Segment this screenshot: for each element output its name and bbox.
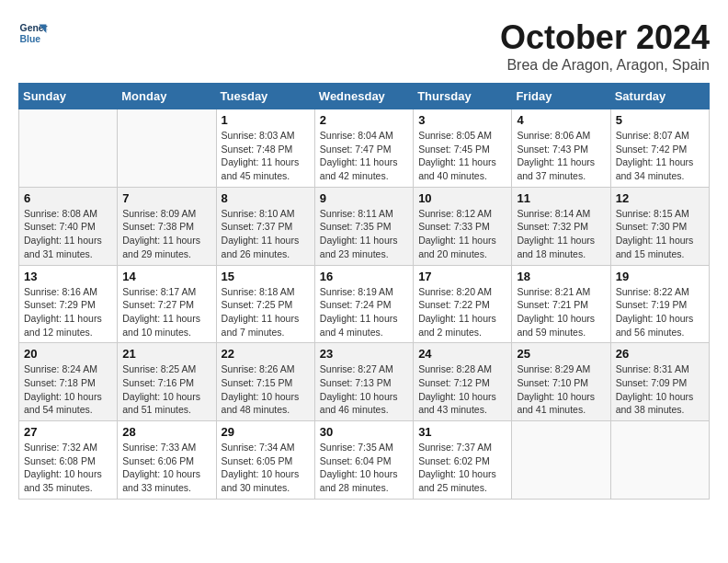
calendar-cell: 29Sunrise: 7:34 AM Sunset: 6:05 PM Dayli…	[216, 421, 314, 500]
day-info: Sunrise: 8:15 AM Sunset: 7:30 PM Dayligh…	[616, 207, 704, 261]
calendar-cell: 19Sunrise: 8:22 AM Sunset: 7:19 PM Dayli…	[610, 265, 709, 343]
calendar-cell	[610, 421, 709, 500]
weekday-header: Monday	[118, 84, 216, 109]
day-info: Sunrise: 8:16 AM Sunset: 7:29 PM Dayligh…	[24, 285, 112, 339]
day-info: Sunrise: 8:11 AM Sunset: 7:35 PM Dayligh…	[320, 207, 408, 261]
day-number: 27	[24, 425, 112, 439]
calendar-cell	[19, 109, 118, 188]
calendar-cell: 27Sunrise: 7:32 AM Sunset: 6:08 PM Dayli…	[19, 421, 118, 500]
day-number: 6	[24, 191, 112, 205]
day-number: 11	[517, 191, 605, 205]
day-info: Sunrise: 8:24 AM Sunset: 7:18 PM Dayligh…	[24, 362, 112, 417]
calendar-cell	[118, 109, 216, 188]
calendar-cell: 23Sunrise: 8:27 AM Sunset: 7:13 PM Dayli…	[314, 343, 413, 421]
day-info: Sunrise: 8:14 AM Sunset: 7:32 PM Dayligh…	[517, 207, 605, 261]
calendar-cell: 21Sunrise: 8:25 AM Sunset: 7:16 PM Dayli…	[118, 343, 216, 421]
calendar-week-row: 6Sunrise: 8:08 AM Sunset: 7:40 PM Daylig…	[19, 187, 710, 265]
day-info: Sunrise: 8:06 AM Sunset: 7:43 PM Dayligh…	[517, 129, 605, 183]
day-number: 26	[616, 347, 704, 361]
day-info: Sunrise: 8:28 AM Sunset: 7:12 PM Dayligh…	[418, 362, 506, 417]
day-number: 31	[418, 425, 506, 439]
day-info: Sunrise: 8:08 AM Sunset: 7:40 PM Dayligh…	[24, 207, 112, 261]
calendar-cell	[512, 421, 610, 500]
title-area: October 2024 Brea de Aragon, Aragon, Spa…	[500, 18, 710, 74]
calendar-week-row: 1Sunrise: 8:03 AM Sunset: 7:48 PM Daylig…	[19, 109, 710, 188]
day-number: 10	[418, 191, 506, 205]
day-number: 30	[320, 425, 408, 439]
calendar-cell: 18Sunrise: 8:21 AM Sunset: 7:21 PM Dayli…	[512, 265, 610, 343]
day-number: 24	[418, 347, 506, 361]
day-info: Sunrise: 8:10 AM Sunset: 7:37 PM Dayligh…	[222, 207, 310, 261]
day-number: 22	[222, 347, 310, 361]
calendar-cell: 26Sunrise: 8:31 AM Sunset: 7:09 PM Dayli…	[610, 343, 709, 421]
day-number: 29	[222, 425, 310, 439]
day-info: Sunrise: 8:05 AM Sunset: 7:45 PM Dayligh…	[418, 129, 506, 183]
day-info: Sunrise: 8:03 AM Sunset: 7:48 PM Dayligh…	[222, 129, 310, 183]
calendar-cell: 7Sunrise: 8:09 AM Sunset: 7:38 PM Daylig…	[118, 187, 216, 265]
day-number: 21	[122, 347, 210, 361]
calendar-cell: 10Sunrise: 8:12 AM Sunset: 7:33 PM Dayli…	[414, 187, 512, 265]
day-info: Sunrise: 8:20 AM Sunset: 7:22 PM Dayligh…	[418, 285, 506, 339]
day-number: 3	[418, 113, 506, 127]
calendar-cell: 16Sunrise: 8:19 AM Sunset: 7:24 PM Dayli…	[314, 265, 413, 343]
calendar-cell: 4Sunrise: 8:06 AM Sunset: 7:43 PM Daylig…	[512, 109, 610, 188]
calendar-cell: 28Sunrise: 7:33 AM Sunset: 6:06 PM Dayli…	[118, 421, 216, 500]
calendar-cell: 3Sunrise: 8:05 AM Sunset: 7:45 PM Daylig…	[414, 109, 512, 188]
month-title: October 2024	[500, 18, 710, 57]
logo: General Blue	[18, 18, 48, 48]
day-info: Sunrise: 8:17 AM Sunset: 7:27 PM Dayligh…	[122, 285, 210, 339]
calendar-cell: 17Sunrise: 8:20 AM Sunset: 7:22 PM Dayli…	[414, 265, 512, 343]
calendar-cell: 12Sunrise: 8:15 AM Sunset: 7:30 PM Dayli…	[610, 187, 709, 265]
weekday-header: Tuesday	[216, 84, 314, 109]
day-info: Sunrise: 8:29 AM Sunset: 7:10 PM Dayligh…	[517, 362, 605, 417]
day-info: Sunrise: 8:25 AM Sunset: 7:16 PM Dayligh…	[122, 362, 210, 417]
calendar-cell: 14Sunrise: 8:17 AM Sunset: 7:27 PM Dayli…	[118, 265, 216, 343]
weekday-header: Saturday	[610, 84, 709, 109]
svg-text:Blue: Blue	[20, 34, 41, 44]
calendar-cell: 6Sunrise: 8:08 AM Sunset: 7:40 PM Daylig…	[19, 187, 118, 265]
calendar-cell: 22Sunrise: 8:26 AM Sunset: 7:15 PM Dayli…	[216, 343, 314, 421]
day-info: Sunrise: 8:19 AM Sunset: 7:24 PM Dayligh…	[320, 285, 408, 339]
day-number: 7	[122, 191, 210, 205]
calendar: SundayMondayTuesdayWednesdayThursdayFrid…	[18, 83, 710, 500]
day-info: Sunrise: 8:09 AM Sunset: 7:38 PM Dayligh…	[122, 207, 210, 261]
calendar-week-row: 13Sunrise: 8:16 AM Sunset: 7:29 PM Dayli…	[19, 265, 710, 343]
day-info: Sunrise: 8:22 AM Sunset: 7:19 PM Dayligh…	[616, 285, 704, 339]
day-number: 23	[320, 347, 408, 361]
calendar-cell: 30Sunrise: 7:35 AM Sunset: 6:04 PM Dayli…	[314, 421, 413, 500]
day-number: 14	[122, 270, 210, 283]
calendar-week-row: 20Sunrise: 8:24 AM Sunset: 7:18 PM Dayli…	[19, 343, 710, 421]
day-number: 15	[222, 270, 310, 283]
calendar-cell: 9Sunrise: 8:11 AM Sunset: 7:35 PM Daylig…	[314, 187, 413, 265]
day-info: Sunrise: 8:07 AM Sunset: 7:42 PM Dayligh…	[616, 129, 704, 183]
day-number: 16	[320, 270, 408, 283]
day-number: 19	[616, 270, 704, 283]
day-number: 25	[517, 347, 605, 361]
logo-icon: General Blue	[18, 18, 48, 48]
day-info: Sunrise: 8:04 AM Sunset: 7:47 PM Dayligh…	[320, 129, 408, 183]
calendar-cell: 8Sunrise: 8:10 AM Sunset: 7:37 PM Daylig…	[216, 187, 314, 265]
day-number: 28	[122, 425, 210, 439]
weekday-header: Thursday	[414, 84, 512, 109]
calendar-cell: 15Sunrise: 8:18 AM Sunset: 7:25 PM Dayli…	[216, 265, 314, 343]
calendar-header-row: SundayMondayTuesdayWednesdayThursdayFrid…	[19, 84, 710, 109]
header: General Blue October 2024 Brea de Aragon…	[18, 18, 710, 74]
day-info: Sunrise: 7:33 AM Sunset: 6:06 PM Dayligh…	[122, 441, 210, 495]
day-number: 13	[24, 270, 112, 283]
day-number: 20	[24, 347, 112, 361]
day-number: 2	[320, 113, 408, 127]
day-info: Sunrise: 8:18 AM Sunset: 7:25 PM Dayligh…	[222, 285, 310, 339]
calendar-cell: 1Sunrise: 8:03 AM Sunset: 7:48 PM Daylig…	[216, 109, 314, 188]
day-info: Sunrise: 8:31 AM Sunset: 7:09 PM Dayligh…	[616, 362, 704, 417]
day-info: Sunrise: 7:32 AM Sunset: 6:08 PM Dayligh…	[24, 441, 112, 495]
calendar-cell: 20Sunrise: 8:24 AM Sunset: 7:18 PM Dayli…	[19, 343, 118, 421]
day-number: 4	[517, 113, 605, 127]
weekday-header: Sunday	[19, 84, 118, 109]
day-info: Sunrise: 8:12 AM Sunset: 7:33 PM Dayligh…	[418, 207, 506, 261]
day-number: 18	[517, 270, 605, 283]
calendar-week-row: 27Sunrise: 7:32 AM Sunset: 6:08 PM Dayli…	[19, 421, 710, 500]
calendar-cell: 25Sunrise: 8:29 AM Sunset: 7:10 PM Dayli…	[512, 343, 610, 421]
day-info: Sunrise: 8:27 AM Sunset: 7:13 PM Dayligh…	[320, 362, 408, 417]
calendar-cell: 2Sunrise: 8:04 AM Sunset: 7:47 PM Daylig…	[314, 109, 413, 188]
weekday-header: Friday	[512, 84, 610, 109]
